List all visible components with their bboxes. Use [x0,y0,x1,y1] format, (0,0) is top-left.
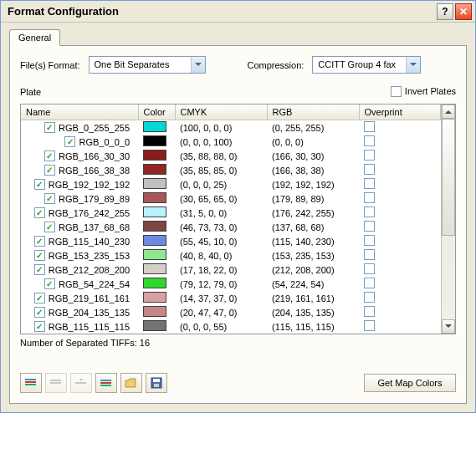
row-checkbox[interactable] [34,236,45,247]
overprint-checkbox[interactable] [364,207,375,217]
overprint-checkbox[interactable] [364,249,375,260]
table-row[interactable]: RGB_192_192_192(0, 0, 0, 25)(192, 192, 1… [21,177,441,191]
table-row[interactable]: RGB_219_161_161(14, 37, 37, 0)(219, 161,… [21,291,441,305]
overprint-checkbox[interactable] [364,292,375,303]
overprint-checkbox[interactable] [364,278,375,288]
row-checkbox[interactable] [44,150,55,161]
row-cmyk: (0, 0, 0, 100) [175,135,267,149]
svg-rect-1 [25,381,36,383]
overprint-checkbox[interactable] [364,135,375,146]
scroll-up-button[interactable] [442,105,455,119]
table-row[interactable]: RGB_212_208_200(17, 18, 22, 0)(212, 208,… [21,263,441,277]
color-swatch [143,306,166,317]
table-row[interactable]: RGB_153_235_153(40, 8, 40, 0)(153, 235, … [21,248,441,263]
folder-open-icon [125,377,138,389]
tab-general[interactable]: General [9,29,60,46]
row-name: RGB_137_68_68 [59,222,130,232]
row-name: RGB_153_235_153 [49,251,130,261]
row-checkbox[interactable] [34,207,45,218]
svg-rect-10 [153,379,160,382]
col-overprint[interactable]: Overprint [359,105,441,120]
scroll-down-button[interactable] [442,319,455,334]
color-swatch [143,150,166,161]
row-checkbox[interactable] [34,250,45,261]
row-rgb: (115, 140, 230) [267,234,359,248]
overprint-checkbox[interactable] [364,221,375,232]
table-row[interactable]: RGB_115_140_230(55, 45, 10, 0)(115, 140,… [21,234,441,248]
color-swatch [143,320,166,331]
overprint-checkbox[interactable] [364,306,375,317]
open-button[interactable] [120,373,142,393]
overprint-checkbox[interactable] [364,164,375,175]
table-row[interactable]: RGB_115_115_115(0, 0, 0, 55)(115, 115, 1… [21,319,441,334]
compression-combo[interactable]: CCITT Group 4 fax [312,56,421,74]
col-rgb[interactable]: RGB [267,105,359,120]
row-cmyk: (30, 65, 65, 0) [175,191,267,206]
table-row[interactable]: RGB_176_242_255(31, 5, 0, 0)(176, 242, 2… [21,206,441,220]
row-rgb: (219, 161, 161) [267,291,359,305]
row-checkbox[interactable] [44,193,55,204]
row-checkbox[interactable] [44,165,55,176]
table-row[interactable]: RGB_0_0_0(0, 0, 0, 100)(0, 0, 0) [21,135,441,149]
table-row[interactable]: RGB_137_68_68(46, 73, 73, 0)(137, 68, 68… [21,220,441,234]
vertical-scrollbar[interactable] [441,105,455,334]
checkbox-box [34,236,45,247]
table-row[interactable]: RGB_54_224_54(79, 12, 79, 0)(54, 224, 54… [21,277,441,291]
checkbox-box [364,278,375,288]
save-button[interactable] [146,373,167,393]
row-checkbox[interactable] [34,307,45,318]
overprint-checkbox[interactable] [364,263,375,274]
overprint-checkbox[interactable] [364,192,375,203]
checkbox-box [364,121,375,132]
plates-button[interactable] [95,373,117,393]
table-row[interactable]: RGB_166_38_38(35, 85, 85, 0)(166, 38, 38… [21,163,441,177]
overprint-checkbox[interactable] [364,320,375,331]
table-row[interactable]: RGB_0_255_255(100, 0, 0, 0)(0, 255, 255) [21,120,441,135]
svg-rect-4 [50,380,61,381]
overprint-checkbox[interactable] [364,121,375,132]
row-checkbox[interactable] [34,179,45,190]
col-color[interactable]: Color [138,105,175,120]
overprint-checkbox[interactable] [364,235,375,246]
row-rgb: (137, 68, 68) [267,220,359,234]
row-name: RGB_219_161_161 [49,293,130,303]
add-plate-button[interactable] [20,373,42,393]
checkbox-box [34,307,45,318]
row-name: RGB_204_135_135 [49,308,130,318]
svg-rect-0 [25,384,36,385]
toolbar [20,373,167,393]
row-checkbox[interactable] [34,293,45,303]
overprint-checkbox[interactable] [364,150,375,161]
files-format-combo[interactable]: One Bit Separates [89,56,206,74]
row-name: RGB_0_0_0 [79,137,130,147]
row-checkbox[interactable] [44,122,55,133]
color-swatch [143,263,166,274]
chevron-down-icon [406,57,420,73]
row-cmyk: (0, 0, 0, 25) [175,177,267,191]
stack-add-icon [24,377,38,389]
table-row[interactable]: RGB_179_89_89(30, 65, 65, 0)(179, 89, 89… [21,191,441,206]
table-row[interactable]: RGB_166_30_30(35, 88, 88, 0)(166, 30, 30… [21,149,441,163]
row-checkbox[interactable] [34,264,45,275]
row-rgb: (0, 255, 255) [267,120,359,135]
checkbox-box [44,222,55,232]
row-checkbox[interactable] [44,222,55,232]
checkbox-box [364,178,375,189]
help-button[interactable]: ? [437,3,453,20]
get-map-colors-button[interactable]: Get Map Colors [364,374,456,392]
overprint-checkbox[interactable] [364,178,375,189]
scroll-thumb[interactable] [442,119,455,236]
col-name[interactable]: Name [21,105,138,120]
row-checkbox[interactable] [34,321,45,332]
invert-plates-checkbox[interactable]: Invert Plates [391,86,456,97]
close-button[interactable]: ✕ [455,3,472,20]
col-cmyk[interactable]: CMYK [175,105,267,120]
table-row[interactable]: RGB_204_135_135(20, 47, 47, 0)(204, 135,… [21,305,441,319]
tab-panel-general: File(s) Format: One Bit Separates Compre… [9,45,467,404]
row-name: RGB_0_255_255 [59,123,130,133]
row-cmyk: (0, 0, 0, 55) [175,319,267,334]
tab-strip: General [9,28,467,46]
row-rgb: (192, 192, 192) [267,177,359,191]
row-checkbox[interactable] [44,278,55,289]
row-checkbox[interactable] [64,136,75,147]
